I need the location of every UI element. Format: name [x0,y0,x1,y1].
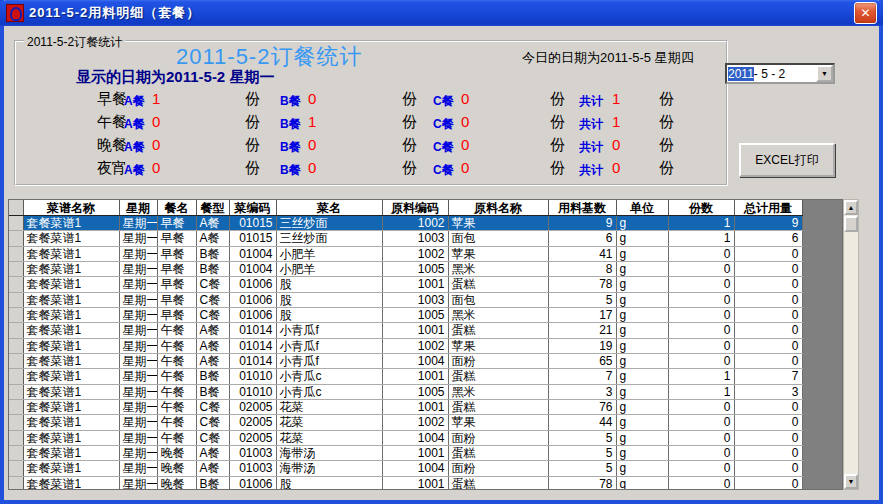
cell[interactable]: 午餐 [157,430,196,445]
cell[interactable]: 0 [668,277,734,292]
column-header[interactable]: 餐名 [157,200,196,216]
cell[interactable]: 星期一 [119,323,157,338]
cell[interactable]: 星期一 [119,476,157,490]
cell[interactable]: 19 [548,338,616,353]
cell[interactable]: 套餐菜谱1 [23,399,119,414]
cell[interactable]: 小青瓜f [276,338,382,353]
cell[interactable]: 01004 [229,261,276,276]
cell[interactable]: 套餐菜谱1 [23,430,119,445]
cell[interactable]: C餐 [196,277,229,292]
cell[interactable]: 0 [668,476,734,490]
cell[interactable]: 星期一 [119,216,157,231]
cell[interactable]: 早餐 [157,231,196,246]
cell[interactable]: 早餐 [157,292,196,307]
cell[interactable]: g [616,216,668,231]
cell[interactable]: 早餐 [157,246,196,261]
cell[interactable]: 1 [668,231,734,246]
cell[interactable]: 3 [734,384,802,399]
cell[interactable]: g [616,307,668,322]
cell[interactable]: 01006 [229,476,276,490]
table-row[interactable]: 套餐菜谱1星期一午餐A餐01014小青瓜f1002苹果19g00 [9,338,843,353]
cell[interactable]: 5 [548,292,616,307]
cell[interactable]: A餐 [196,353,229,368]
row-selector[interactable] [9,307,23,322]
cell[interactable]: 0 [734,399,802,414]
cell[interactable]: 面包 [448,292,548,307]
row-selector[interactable] [9,445,23,460]
cell[interactable]: A餐 [196,216,229,231]
cell[interactable]: g [616,384,668,399]
cell[interactable]: 01014 [229,353,276,368]
cell[interactable]: 7 [548,369,616,384]
cell[interactable]: C餐 [196,415,229,430]
cell[interactable]: 1002 [382,415,448,430]
cell[interactable]: C餐 [196,399,229,414]
row-selector[interactable] [9,461,23,476]
cell[interactable]: 星期一 [119,231,157,246]
cell[interactable]: 02005 [229,399,276,414]
cell[interactable]: 面粉 [448,461,548,476]
cell[interactable]: 0 [668,246,734,261]
cell[interactable]: 5 [548,430,616,445]
cell[interactable]: 黑米 [448,384,548,399]
cell[interactable]: 01003 [229,461,276,476]
cell[interactable]: 1002 [382,338,448,353]
cell[interactable]: g [616,415,668,430]
cell[interactable]: 0 [668,292,734,307]
cell[interactable]: 7 [734,369,802,384]
cell[interactable]: 1005 [382,261,448,276]
cell[interactable]: 早餐 [157,216,196,231]
cell[interactable]: 1001 [382,399,448,414]
cell[interactable]: g [616,292,668,307]
cell[interactable]: 6 [548,231,616,246]
cell[interactable]: 蛋糕 [448,399,548,414]
cell[interactable]: 9 [734,216,802,231]
table-row[interactable]: 套餐菜谱1星期一早餐A餐01015三丝炒面1003面包6g16 [9,231,843,246]
cell[interactable]: 0 [668,399,734,414]
row-selector[interactable] [9,277,23,292]
table-row[interactable]: 套餐菜谱1星期一早餐B餐01004小肥羊1005黑米8g00 [9,261,843,276]
cell[interactable]: 1 [668,384,734,399]
cell[interactable]: 晚餐 [157,476,196,490]
cell[interactable]: 花菜 [276,399,382,414]
cell[interactable]: 1001 [382,445,448,460]
cell[interactable]: 早餐 [157,261,196,276]
cell[interactable]: 01015 [229,231,276,246]
scrollbar-thumb[interactable] [844,216,858,232]
cell[interactable]: 0 [734,277,802,292]
cell[interactable]: 星期一 [119,415,157,430]
cell[interactable]: 套餐菜谱1 [23,231,119,246]
date-combobox[interactable]: 2011- 5 - 2 ▼ [725,63,835,84]
table-row[interactable]: 套餐菜谱1星期一午餐A餐01014小青瓜f1001蛋糕21g00 [9,323,843,338]
table-row[interactable]: 套餐菜谱1星期一晚餐B餐01006股1001蛋糕78g00 [9,476,843,490]
cell[interactable]: 0 [734,430,802,445]
cell[interactable]: 套餐菜谱1 [23,323,119,338]
cell[interactable]: 0 [734,246,802,261]
cell[interactable]: g [616,353,668,368]
row-selector[interactable] [9,353,23,368]
cell[interactable]: 0 [668,338,734,353]
cell[interactable]: 星期一 [119,277,157,292]
cell[interactable]: 3 [548,384,616,399]
table-row[interactable]: 套餐菜谱1星期一早餐A餐01015三丝炒面1002苹果9g19 [9,216,843,231]
cell[interactable]: g [616,461,668,476]
row-selector[interactable] [9,430,23,445]
table-row[interactable]: 套餐菜谱1星期一午餐A餐01014小青瓜f1004面粉65g00 [9,353,843,368]
cell[interactable]: 1001 [382,369,448,384]
cell[interactable]: 1001 [382,277,448,292]
cell[interactable]: 套餐菜谱1 [23,246,119,261]
cell[interactable]: 1004 [382,353,448,368]
cell[interactable]: 0 [734,353,802,368]
cell[interactable]: 套餐菜谱1 [23,384,119,399]
column-header[interactable]: 菜名 [276,200,382,216]
cell[interactable]: 小肥羊 [276,246,382,261]
cell[interactable]: 1004 [382,430,448,445]
cell[interactable]: 0 [668,323,734,338]
cell[interactable]: 1 [668,369,734,384]
cell[interactable]: g [616,261,668,276]
cell[interactable]: 小肥羊 [276,261,382,276]
table-row[interactable]: 套餐菜谱1星期一早餐C餐01006股1005黑米17g00 [9,307,843,322]
cell[interactable]: 01006 [229,292,276,307]
cell[interactable]: 套餐菜谱1 [23,369,119,384]
cell[interactable]: 苹果 [448,216,548,231]
